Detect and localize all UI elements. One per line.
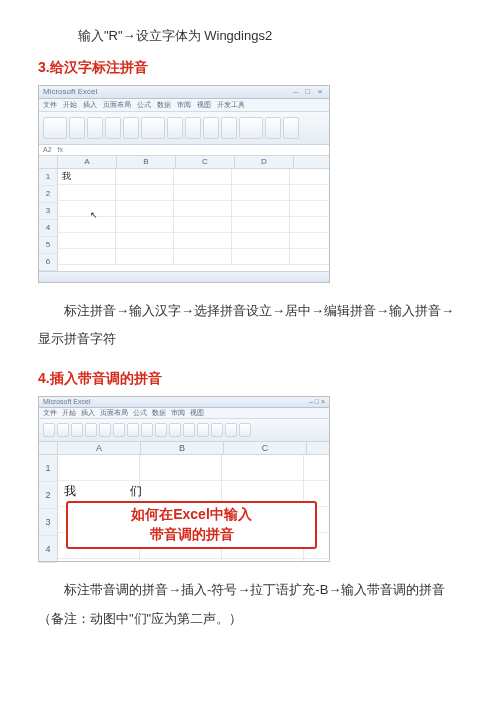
- cells-area: 我们 如何在Excel中输入 带音调的拼音: [58, 455, 329, 561]
- window-titlebar: Microsoft Excel – □ ×: [39, 397, 329, 408]
- tab: 文件: [43, 410, 57, 417]
- column-headers: A B C: [39, 442, 329, 455]
- ribbon-button: [211, 423, 223, 437]
- row-header: 1: [39, 455, 57, 482]
- col-header: A: [58, 442, 141, 454]
- ribbon-button: [169, 423, 181, 437]
- col-header: A: [58, 156, 117, 168]
- col-header: B: [117, 156, 176, 168]
- minimize-icon: –: [291, 88, 301, 96]
- window-controls: – □ ×: [291, 88, 325, 96]
- tab: 文件: [43, 101, 57, 108]
- ribbon-toolbar: [39, 419, 329, 442]
- ribbon-button: [167, 117, 183, 139]
- tab: 开发工具: [217, 101, 245, 108]
- ribbon-button: [69, 117, 85, 139]
- intro-line: 输入"R"→设立字体为 Wingdings2: [78, 26, 462, 47]
- ribbon-button: [203, 117, 219, 139]
- cells-area: 我 ↖: [58, 169, 329, 265]
- tab: 开始: [62, 410, 76, 417]
- column-headers: A B C D: [39, 156, 329, 169]
- ribbon-button: [225, 423, 237, 437]
- row-headers: 1 2 3 4: [39, 455, 58, 561]
- ribbon-button: [183, 423, 195, 437]
- document-page: 输入"R"→设立字体为 Wingdings2 3.给汉字标注拼音 Microso…: [0, 0, 500, 679]
- ribbon-button: [85, 423, 97, 437]
- ribbon-tabs: 文件 开始 插入 页面布局 公式 数据 审阅 视图 开发工具: [39, 99, 329, 112]
- ribbon-button: [265, 117, 281, 139]
- tab: 页面布局: [100, 410, 128, 417]
- col-header: D: [235, 156, 294, 168]
- name-box: A2: [43, 146, 52, 153]
- ribbon-button: [127, 423, 139, 437]
- corner-cell: [39, 442, 58, 454]
- tab: 审阅: [177, 101, 191, 108]
- cell-a2-value: 我: [62, 172, 71, 181]
- row-header: 4: [39, 536, 57, 563]
- formula-bar: A2 fx: [39, 145, 329, 156]
- ribbon-button: [87, 117, 103, 139]
- ribbon-button: [185, 117, 201, 139]
- tab: 数据: [152, 410, 166, 417]
- ribbon-button: [43, 423, 55, 437]
- ribbon-tabs: 文件 开始 插入 页面布局 公式 数据 审阅 视图: [39, 408, 329, 419]
- col-header: C: [224, 442, 307, 454]
- tab: 公式: [133, 410, 147, 417]
- col-header: C: [176, 156, 235, 168]
- excel-screenshot-2: Microsoft Excel – □ × 文件 开始 插入 页面布局 公式 数…: [38, 396, 330, 562]
- paragraph-3: 标注拼音→输入汉字→选择拼音设立→居中→编辑拼音→输入拼音→显示拼音字符: [38, 297, 462, 354]
- row-header: 2: [39, 186, 57, 203]
- tab: 插入: [81, 410, 95, 417]
- window-title: Microsoft Excel: [43, 398, 90, 405]
- row-header: 3: [39, 509, 57, 536]
- ribbon-button: [221, 117, 237, 139]
- ribbon-toolbar: [39, 112, 329, 145]
- paragraph-4: 标注带音调的拼音→插入-符号→拉丁语扩充-B→输入带音调的拼音（备注：动图中"们…: [38, 576, 462, 633]
- row-headers: 1 2 3 4 5 6: [39, 169, 58, 271]
- row-header: 5: [39, 237, 57, 254]
- ribbon-button: [105, 117, 121, 139]
- ribbon-button: [155, 423, 167, 437]
- cursor-icon: ↖: [90, 211, 98, 220]
- ribbon-button: [123, 117, 139, 139]
- col-header: B: [141, 442, 224, 454]
- ribbon-button: [197, 423, 209, 437]
- close-icon: ×: [315, 88, 325, 96]
- ribbon-button: [239, 117, 263, 139]
- tab: 插入: [83, 101, 97, 108]
- corner-cell: [39, 156, 58, 168]
- ribbon-button: [141, 423, 153, 437]
- callout-line1: 如何在Excel中输入: [131, 505, 252, 525]
- maximize-icon: □: [303, 88, 313, 96]
- ribbon-button: [71, 423, 83, 437]
- row-header: 1: [39, 169, 57, 186]
- spreadsheet-grid: A B C D 1 2 3 4 5 6 我 ↖: [39, 156, 329, 271]
- heading-3: 3.给汉字标注拼音: [38, 59, 462, 77]
- tab: 开始: [63, 101, 77, 108]
- fx-label: fx: [58, 146, 63, 153]
- ribbon-button: [141, 117, 165, 139]
- row-header: 2: [39, 482, 57, 509]
- ribbon-button: [239, 423, 251, 437]
- window-titlebar: Microsoft Excel – □ ×: [39, 86, 329, 99]
- row-header: 3: [39, 203, 57, 220]
- tab: 视图: [197, 101, 211, 108]
- cells-row2-chars: 我们: [64, 485, 196, 497]
- callout-line2: 带音调的拼音: [150, 525, 234, 545]
- heading-4: 4.插入带音调的拼音: [38, 370, 462, 388]
- tab: 视图: [190, 410, 204, 417]
- ribbon-button: [99, 423, 111, 437]
- callout-box: 如何在Excel中输入 带音调的拼音: [66, 501, 317, 549]
- row-header: 6: [39, 254, 57, 271]
- status-bar: [39, 271, 329, 282]
- ribbon-button: [283, 117, 299, 139]
- ribbon-button: [113, 423, 125, 437]
- ribbon-button: [57, 423, 69, 437]
- window-title: Microsoft Excel: [43, 88, 97, 96]
- tab: 公式: [137, 101, 151, 108]
- ribbon-button: [43, 117, 67, 139]
- window-controls: – □ ×: [309, 398, 325, 405]
- tab: 数据: [157, 101, 171, 108]
- tab: 页面布局: [103, 101, 131, 108]
- tab: 审阅: [171, 410, 185, 417]
